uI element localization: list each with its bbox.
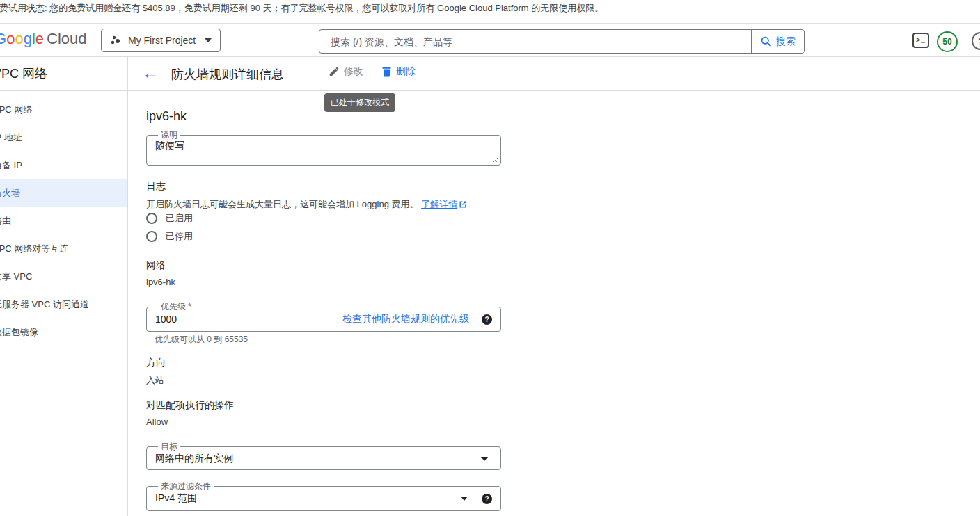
- sidebar-nav: VPC 网络 IP 地址 自备 IP 防火墙 路由 VPC 网络对等互连 共享 …: [0, 91, 127, 346]
- source-filter-label: 来源过滤条件: [158, 481, 214, 492]
- free-trial-banner-text: 免费试用状态: 您的免费试用赠金还有 $405.89，免费试用期还剩 90 天；…: [0, 2, 603, 15]
- direction-value: 入站: [146, 374, 164, 387]
- dropdown-caret-icon[interactable]: [481, 457, 488, 461]
- sidebar-item-shared-vpc[interactable]: 共享 VPC: [0, 263, 127, 291]
- dropdown-caret-icon[interactable]: [461, 497, 468, 501]
- logs-enabled-label: 已启用: [166, 212, 193, 225]
- sidebar-item-ip-addresses[interactable]: IP 地址: [0, 124, 127, 152]
- learn-more-link[interactable]: 了解详情: [421, 199, 457, 209]
- sidebar-item-byoip[interactable]: 自备 IP: [0, 152, 127, 179]
- source-filter-help-icon[interactable]: ?: [482, 494, 492, 504]
- edit-button[interactable]: 修改: [329, 65, 363, 78]
- targets-value: 网络中的所有实例: [155, 453, 481, 465]
- project-selector[interactable]: My First Project: [101, 29, 221, 52]
- logs-label: 日志: [146, 180, 166, 193]
- sidebar-title-label: VPC 网络: [0, 65, 47, 82]
- app-header: GoogleCloud My First Project 搜索 >_ 50 ?: [0, 24, 980, 57]
- priority-field[interactable]: 优先级 * 1000 检查其他防火墙规则的优先级 ?: [146, 301, 501, 332]
- sidebar-item-routes[interactable]: 路由: [0, 207, 127, 235]
- network-label: 网络: [146, 259, 166, 272]
- logs-disabled-label: 已停用: [166, 230, 193, 243]
- trash-icon: [381, 66, 392, 77]
- search-icon: [760, 35, 772, 47]
- action-bar: ← 防火墙规则详细信息 修改 删除 已处于修改模式: [128, 57, 980, 91]
- edit-button-label: 修改: [344, 65, 363, 78]
- check-priority-link[interactable]: 检查其他防火墙规则的优先级: [342, 313, 469, 325]
- action-on-match-label: 对匹配项执行的操作: [146, 399, 234, 412]
- network-value: ipv6-hk: [146, 277, 175, 287]
- google-logo-wordmark: Google: [0, 30, 44, 47]
- external-link-icon[interactable]: [459, 200, 467, 211]
- gcp-console: 免费试用状态: 您的免费试用赠金还有 $405.89，免费试用期还剩 90 天；…: [0, 0, 980, 516]
- sidebar-item-packet-mirroring[interactable]: 数据包镜像: [0, 319, 127, 346]
- sidebar-title: VPC 网络: [0, 57, 127, 91]
- targets-select[interactable]: 目标 网络中的所有实例: [146, 441, 501, 470]
- back-button[interactable]: ←: [139, 63, 161, 85]
- radio-icon[interactable]: [146, 213, 157, 224]
- sidebar-item-firewall[interactable]: 防火墙: [0, 179, 127, 207]
- search-input[interactable]: [319, 30, 751, 53]
- sidebar-item-vpc-peering[interactable]: VPC 网络对等互连: [0, 235, 127, 263]
- page-title: 防火墙规则详细信息: [171, 66, 284, 83]
- targets-label: 目标: [158, 441, 180, 453]
- cloud-shell-icon[interactable]: >_: [912, 33, 929, 48]
- logs-enabled-option[interactable]: 已启用: [146, 212, 193, 225]
- delete-button[interactable]: 删除: [381, 65, 416, 78]
- vpc-sidebar: VPC 网络 VPC 网络 IP 地址 自备 IP 防火墙 路由 VPC 网络对…: [0, 57, 128, 516]
- description-value[interactable]: 随便写: [155, 140, 492, 152]
- free-trial-banner: 免费试用状态: 您的免费试用赠金还有 $405.89，免费试用期还剩 90 天；…: [0, 0, 980, 24]
- edit-mode-tooltip: 已处于修改模式: [324, 93, 395, 112]
- priority-help-icon[interactable]: ?: [482, 314, 492, 325]
- search-button-label: 搜索: [776, 35, 796, 48]
- resize-handle[interactable]: [491, 156, 498, 163]
- help-icon[interactable]: ?: [972, 32, 980, 50]
- project-icon: [110, 35, 121, 46]
- delete-button-label: 删除: [396, 65, 416, 78]
- sidebar-item-vpc-networks[interactable]: VPC 网络: [0, 96, 127, 124]
- firewall-rule-form: ipv6-hk 说明 随便写 日志 开启防火墙日志可能会生成大量日志，这可能会增…: [128, 91, 980, 516]
- project-selector-label: My First Project: [128, 35, 198, 46]
- logs-note: 开启防火墙日志可能会生成大量日志，这可能会增加 Logging 费用。 了解详情: [146, 198, 467, 211]
- search-button[interactable]: 搜索: [751, 30, 804, 53]
- source-filter-select[interactable]: 来源过滤条件 IPv4 范围 ?: [146, 481, 501, 511]
- description-field[interactable]: 说明 随便写: [146, 129, 501, 166]
- priority-label: 优先级 *: [158, 301, 194, 313]
- radio-icon[interactable]: [146, 231, 157, 242]
- priority-helper-text: 优先级可以从 0 到 65535: [155, 334, 248, 346]
- chevron-down-icon: [205, 38, 212, 42]
- rule-name: ipv6-hk: [146, 109, 187, 124]
- direction-label: 方向: [146, 357, 166, 369]
- free-trial-days-badge[interactable]: 50: [937, 31, 958, 52]
- sidebar-item-serverless-vpc-access[interactable]: 无服务器 VPC 访问通道: [0, 291, 127, 319]
- priority-value[interactable]: 1000: [155, 314, 342, 325]
- logs-disabled-option[interactable]: 已停用: [146, 230, 193, 243]
- main-content: ← 防火墙规则详细信息 修改 删除 已处于修改模式 ipv6-hk 说明 随: [128, 57, 980, 516]
- global-search: 搜索: [319, 29, 805, 54]
- action-on-match-value: Allow: [146, 417, 168, 427]
- google-cloud-logo[interactable]: GoogleCloud: [0, 30, 87, 48]
- pencil-icon: [329, 66, 340, 77]
- source-filter-value: IPv4 范围: [155, 492, 461, 505]
- cloud-wordmark: Cloud: [47, 30, 86, 47]
